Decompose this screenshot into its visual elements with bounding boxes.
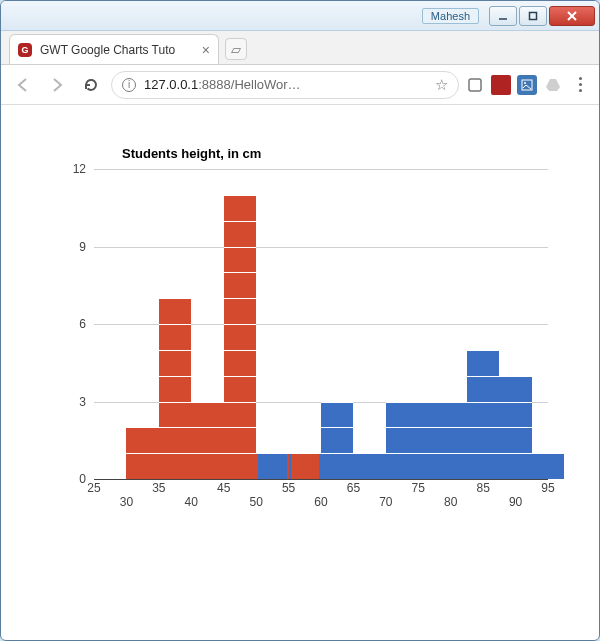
bar-segment — [191, 453, 223, 479]
bar-segment — [291, 453, 319, 479]
bar-segment — [386, 427, 418, 453]
bar-segment — [224, 221, 256, 247]
bar — [418, 402, 450, 480]
url-path: /HelloWor… — [231, 77, 301, 92]
close-button[interactable] — [549, 6, 595, 26]
bar-segment — [258, 453, 286, 479]
bar — [191, 402, 223, 480]
bar — [258, 453, 286, 479]
new-tab-button[interactable]: ▱ — [225, 38, 247, 60]
minimize-icon — [498, 11, 508, 21]
bar-segment — [467, 453, 499, 479]
bar-segment — [191, 402, 223, 428]
x-tick-label: 50 — [249, 495, 262, 509]
y-tick-label: 3 — [79, 395, 86, 409]
bar-segment — [224, 350, 256, 376]
bar-segment — [418, 427, 450, 453]
extension-icon-1[interactable] — [465, 75, 485, 95]
browser-menu-button[interactable] — [569, 77, 591, 92]
extension-icon-2[interactable] — [491, 75, 511, 95]
bar-segment — [532, 453, 564, 479]
tab-title: GWT Google Charts Tuto — [40, 43, 194, 57]
x-tick-label: 80 — [444, 495, 457, 509]
picture-icon — [521, 79, 533, 91]
bar-segment — [499, 427, 531, 453]
bar-segment — [159, 324, 191, 350]
bar-segment — [159, 376, 191, 402]
tab-close-icon[interactable]: × — [202, 43, 210, 57]
bar-segment — [467, 376, 499, 402]
profile-badge[interactable]: Mahesh — [422, 8, 479, 24]
x-tick-label: 70 — [379, 495, 392, 509]
x-tick-label: 45 — [217, 481, 230, 495]
x-tick-label: 95 — [541, 481, 554, 495]
tab-strip: G GWT Google Charts Tuto × ▱ — [1, 31, 599, 65]
reload-icon — [82, 76, 100, 94]
x-tick-label: 30 — [120, 495, 133, 509]
bar-segment — [499, 376, 531, 402]
bar-segment — [467, 350, 499, 376]
address-bar[interactable]: i 127.0.0.1:8888/HelloWor… ☆ — [111, 71, 459, 99]
bar-segment — [224, 298, 256, 324]
bar-segment — [159, 298, 191, 324]
bar — [126, 427, 158, 479]
bar-segment — [224, 402, 256, 428]
bar-segment — [224, 453, 256, 479]
bar-segment — [386, 453, 418, 479]
bookmark-star-icon[interactable]: ☆ — [435, 76, 448, 94]
bar-segment — [499, 453, 531, 479]
maximize-icon — [528, 11, 538, 21]
bar — [499, 376, 531, 479]
maximize-button[interactable] — [519, 6, 547, 26]
bar-segment — [224, 272, 256, 298]
x-tick-label: 60 — [314, 495, 327, 509]
chart: Students height, in cm 036912 2535455565… — [52, 146, 558, 589]
forward-button[interactable] — [43, 71, 71, 99]
bar-segment — [321, 427, 353, 453]
bar — [321, 402, 353, 480]
bars-layer — [94, 169, 548, 479]
plot-area: 036912 — [94, 169, 548, 479]
tab-favicon: G — [18, 43, 32, 57]
x-tick-label: 55 — [282, 481, 295, 495]
square-icon — [468, 78, 482, 92]
y-tick-label: 0 — [79, 472, 86, 486]
extension-icon-3[interactable] — [517, 75, 537, 95]
close-icon — [566, 10, 578, 22]
minimize-button[interactable] — [489, 6, 517, 26]
bar-segment — [224, 324, 256, 350]
x-tick-label: 40 — [185, 495, 198, 509]
url-port: :8888 — [198, 77, 231, 92]
bar-segment — [159, 402, 191, 428]
bar-segment — [418, 453, 450, 479]
bar-segment — [224, 247, 256, 273]
site-info-icon[interactable]: i — [122, 78, 136, 92]
url-text: 127.0.0.1:8888/HelloWor… — [144, 77, 427, 92]
bar — [224, 195, 256, 479]
chart-plot: 036912 253545556575859530405060708090 — [52, 169, 558, 509]
reload-button[interactable] — [77, 71, 105, 99]
window-titlebar: Mahesh — [1, 1, 599, 31]
bar-segment — [126, 427, 158, 453]
extension-icon-4[interactable] — [543, 75, 563, 95]
x-tick-label: 25 — [87, 481, 100, 495]
bar-segment — [191, 427, 223, 453]
svg-point-6 — [524, 82, 526, 84]
x-axis: 253545556575859530405060708090 — [94, 479, 548, 509]
bar-segment — [467, 427, 499, 453]
tab-active[interactable]: G GWT Google Charts Tuto × — [9, 34, 219, 64]
bar-segment — [159, 350, 191, 376]
back-button[interactable] — [9, 71, 37, 99]
bar-segment — [224, 195, 256, 221]
bar-segment — [159, 453, 191, 479]
y-tick-label: 12 — [73, 162, 86, 176]
page-content: Students height, in cm 036912 2535455565… — [2, 106, 598, 639]
bar-segment — [467, 402, 499, 428]
bar — [532, 453, 564, 479]
x-tick-label: 85 — [476, 481, 489, 495]
y-tick-label: 9 — [79, 240, 86, 254]
svg-rect-4 — [469, 79, 481, 91]
drive-icon — [545, 78, 561, 92]
x-tick-label: 35 — [152, 481, 165, 495]
arrow-left-icon — [14, 76, 32, 94]
